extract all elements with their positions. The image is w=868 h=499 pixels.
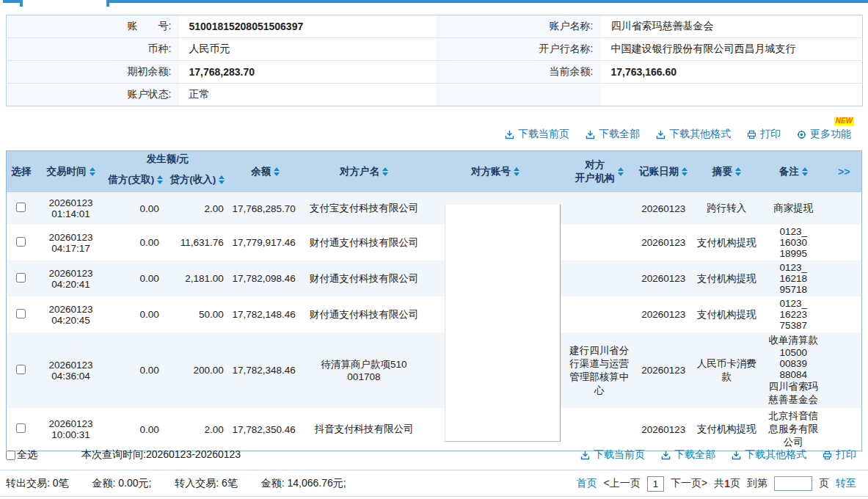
current-balance-label: 当前余额: [436,61,601,84]
header-transaction-time[interactable]: 交易时间 [36,151,106,193]
printer-icon [747,130,756,139]
pagination: 首页 <上一页 1 下一页> 共1页 到第 页 转至 [577,476,856,492]
cell-remark: 收单清算款 10500 00839 88084 四川省索玛 慈善基金会 [760,332,826,408]
download-other-format-label: 下载其他格式 [745,448,806,462]
select-all-checkbox[interactable] [6,451,15,460]
incoming-count: 转入交易: 6笔 [175,477,238,489]
header-select: 选择 [7,151,36,193]
cell-credit: 200.00 [165,332,230,408]
account-number-label: 账 号: [7,15,179,38]
goto-prefix-label: 到第 [747,477,767,490]
table-row: 20260123 04:20:45 0.00 50.00 17,782,148.… [7,296,862,332]
cell-party-bank: 建行四川省分行渠道与运营管理部核算中心 [564,332,634,408]
sort-icon[interactable] [682,167,688,176]
table-row: 20260123 04:17:17 0.00 11,631.76 17,779,… [7,225,862,261]
download-icon [661,451,671,460]
header-balance[interactable]: 余额 [230,151,302,193]
account-info-row: 币种: 人民币元 开户行名称: 中国建设银行股份有限公司西昌月城支行 [7,38,863,61]
account-name-label: 账户名称: [436,15,601,38]
account-info-row: 账户状态: 正常 [7,84,863,106]
row-checkbox[interactable] [16,309,26,318]
bottom-toolbar: 下载当前页 下载全部 下载其他格式 打印 [580,448,856,462]
prev-page-link[interactable]: <上一页 [604,477,641,490]
currency-value: 人民币元 [179,38,436,61]
more-columns-link[interactable]: >> [826,151,861,193]
more-functions-button[interactable]: NEW 更多功能 [797,128,851,141]
bank-branch-label: 开户行名称: [436,38,601,61]
account-info-table: 账 号: 51001815208051506397 账户名称: 四川省索玛慈善基… [6,15,863,106]
goto-page-input[interactable] [774,476,812,491]
gear-icon [797,130,806,139]
print-button[interactable]: 打印 [747,128,781,141]
row-checkbox[interactable] [16,365,26,374]
footer-bar: 转出交易: 0笔 金额: 0.00元; 转入交易: 6笔 金额: 14,066.… [6,471,862,496]
sort-icon[interactable] [802,167,808,176]
cell-party-bank [564,261,634,296]
download-all-button[interactable]: 下载全部 [586,128,640,141]
sort-icon[interactable] [618,167,624,176]
download-icon [505,130,514,139]
header-party-name[interactable]: 对方户名 [302,151,426,193]
header-debit[interactable]: 借方(支取) [106,167,165,192]
tab-bar-remnant [0,0,868,7]
query-time-text: 本次查询时间:20260123-20260123 [81,448,241,462]
header-amount-group: 发生额/元 [106,151,230,168]
row-checkbox[interactable] [16,203,26,212]
sort-icon[interactable] [274,167,280,176]
account-info-row: 账 号: 51001815208051506397 账户名称: 四川省索玛慈善基… [7,15,863,38]
account-status-label: 账户状态: [7,84,179,106]
header-summary[interactable]: 摘要 [693,151,760,193]
cell-transaction-time: 20260123 04:20:45 [36,296,106,332]
account-status-value: 正常 [179,84,436,106]
download-all-label: 下载全部 [674,448,715,462]
select-all-row: 全选 本次查询时间:20260123-20260123 下载当前页 下载全部 下… [6,442,862,468]
current-page-box[interactable]: 1 [647,476,664,492]
account-info-row: 期初余额: 17,768,283.70 当前余额: 17,763,166.60 [7,61,863,84]
header-remark[interactable]: 备注 [760,151,826,193]
download-current-page-button[interactable]: 下载当前页 [580,448,645,462]
cell-summary: 支付机构提现 [693,261,760,296]
cell-summary: 支付机构提现 [693,225,760,261]
cell-remark: 0123_ 16223 75387 [760,296,826,332]
download-other-format-button[interactable]: 下载其他格式 [656,128,731,141]
download-other-format-button[interactable]: 下载其他格式 [732,448,806,462]
download-all-button[interactable]: 下载全部 [661,448,715,462]
cell-credit: 50.00 [165,296,230,332]
download-current-page-label: 下载当前页 [518,128,569,141]
download-current-page-button[interactable]: 下载当前页 [505,128,569,141]
cell-more [826,225,861,261]
empty-value [601,84,863,106]
table-row: 20260123 01:14:01 0.00 2.00 17,768,285.7… [7,192,862,225]
sort-icon[interactable] [735,167,741,176]
sort-icon[interactable] [157,175,163,184]
header-credit[interactable]: 贷方(收入) [165,167,230,192]
select-all-label: 全选 [17,448,37,462]
header-party-account[interactable]: 对方账号 [426,151,564,193]
cell-remark: 0123_ 16218 95718 [760,261,826,296]
sort-icon[interactable] [382,167,388,176]
header-party-bank[interactable]: 对方 开户机构 [564,151,634,193]
cell-more [826,261,861,296]
header-book-date[interactable]: 记账日期 [634,151,693,193]
sort-icon[interactable] [219,175,225,184]
account-number-value: 51001815208051506397 [179,15,436,38]
total-pages-number: 1 [724,478,730,489]
opening-balance-label: 期初余额: [7,61,179,84]
print-button[interactable]: 打印 [823,448,856,462]
outgoing-count: 转出交易: 0笔 [6,477,69,489]
printer-icon [823,451,832,460]
sort-icon[interactable] [90,167,95,176]
more-functions-label: 更多功能 [810,128,851,141]
next-page-link[interactable]: 下一页> [671,477,707,490]
download-current-page-label: 下载当前页 [594,448,645,462]
row-checkbox[interactable] [16,423,26,433]
download-icon [656,130,665,139]
first-page-link[interactable]: 首页 [577,477,597,490]
row-checkbox[interactable] [16,273,26,283]
row-select-cell [7,332,36,408]
new-badge: NEW [834,117,854,125]
sort-icon[interactable] [514,167,519,176]
goto-page-button[interactable]: 转至 [836,477,856,490]
row-checkbox[interactable] [16,237,26,247]
cell-summary: 跨行转入 [693,192,760,225]
